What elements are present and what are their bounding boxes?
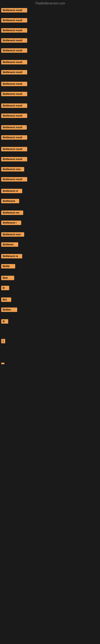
bottleneck-item: | [1, 338, 99, 344]
bottleneck-item: Bottleneck result [1, 113, 99, 119]
bottleneck-badge[interactable]: Bottleneck result [1, 114, 27, 118]
bottleneck-badge[interactable]: Bottleneck result [1, 147, 27, 151]
bottleneck-badge[interactable]: Bottleneck result [1, 28, 27, 32]
bottleneck-badge[interactable]: Bottleneck result [1, 82, 27, 86]
bottleneck-item: Bottleneck re [1, 188, 99, 194]
bottleneck-item: Bottleneck result [1, 146, 99, 152]
bottleneck-item: Bottleneck result [1, 69, 99, 75]
bottleneck-badge[interactable]: Bottleneck [1, 199, 19, 203]
bottleneck-badge[interactable]: Bottleneck resu [1, 232, 24, 237]
bottleneck-item: B [1, 318, 99, 324]
bottleneck-badge[interactable]: Bottleneck result [1, 125, 27, 130]
items-container: Bottleneck resultBottleneck resultBottle… [0, 6, 100, 382]
bottleneck-badge[interactable]: Bottlen [1, 308, 17, 312]
bottleneck-badge[interactable]: Bottleneck result [1, 157, 27, 162]
bottleneck-badge[interactable]: Bottleneck result [1, 135, 27, 140]
bottleneck-item: Bottleneck result [1, 7, 99, 13]
bottleneck-item: Bottleneck result [1, 59, 99, 65]
bottleneck-badge[interactable]: Bot [1, 298, 11, 302]
bottleneck-item: Bottleneck r [1, 220, 99, 226]
bottleneck-badge[interactable]: Bottleneck result [1, 177, 27, 182]
bottleneck-item: Bottlen [1, 307, 99, 313]
bottleneck-badge[interactable]: Bottleneck result [1, 60, 27, 64]
bottleneck-item: Bottleneck res [1, 210, 99, 216]
bottleneck-badge[interactable]: Bottleneck resu [1, 167, 24, 172]
bottleneck-item: Bottleneck result [1, 91, 99, 97]
bottleneck-badge[interactable]: Bottlenec [1, 242, 18, 247]
bottleneck-item: Bottleneck result [1, 124, 99, 130]
bottleneck-badge[interactable]: Bottleneck re [1, 254, 22, 258]
bottleneck-item: Bottleneck result [1, 176, 99, 182]
bottleneck-badge[interactable]: B [1, 319, 8, 324]
bottleneck-badge[interactable]: Bottleneck result [1, 38, 27, 43]
bottleneck-badge[interactable]: Bottleneck result [1, 104, 27, 108]
bottleneck-item: Bottlenec [1, 242, 99, 248]
bottleneck-badge[interactable]: B [1, 286, 9, 290]
bottleneck-badge[interactable]: Bottleneck result [1, 48, 27, 53]
bottleneck-item: Bottleneck result [1, 81, 99, 87]
bottleneck-badge[interactable]: Bott [1, 276, 14, 280]
bottleneck-item: Bottleneck [1, 198, 99, 204]
bottleneck-badge[interactable]: Bottleneck result [1, 92, 27, 96]
site-title: TheBottlenecker.com [0, 0, 100, 6]
bottleneck-item: Bottleneck result [1, 48, 99, 54]
bottleneck-item: Bottleneck re [1, 253, 99, 259]
bottleneck-item: Bottleneck result [1, 103, 99, 109]
bottleneck-item: Bottleneck resu [1, 166, 99, 172]
bottleneck-item: Bottle [1, 263, 99, 269]
bottleneck-item: Bott [1, 275, 99, 281]
bottleneck-badge[interactable]: Bottleneck result [1, 8, 27, 12]
bottleneck-item: Bottleneck resu [1, 232, 99, 238]
bottleneck-item: B [1, 285, 99, 291]
bottleneck-item: Bot [1, 297, 99, 303]
bottleneck-badge[interactable]: Bottleneck re [1, 189, 22, 193]
bottleneck-item [1, 362, 99, 365]
bottleneck-badge[interactable]: | [1, 339, 5, 343]
bottleneck-item: Bottleneck result [1, 38, 99, 44]
bottleneck-badge[interactable]: Bottleneck result [1, 70, 27, 74]
bottleneck-badge[interactable]: Bottleneck result [1, 18, 27, 22]
bottleneck-badge[interactable] [1, 363, 4, 364]
bottleneck-item: Bottleneck result [1, 134, 99, 140]
bottleneck-badge[interactable]: Bottleneck res [1, 210, 23, 215]
bottleneck-item: Bottleneck result [1, 27, 99, 34]
bottleneck-item: Bottleneck result [1, 156, 99, 162]
bottleneck-badge[interactable]: Bottleneck r [1, 220, 21, 225]
bottleneck-item: Bottleneck result [1, 17, 99, 23]
bottleneck-badge[interactable]: Bottle [1, 264, 15, 268]
